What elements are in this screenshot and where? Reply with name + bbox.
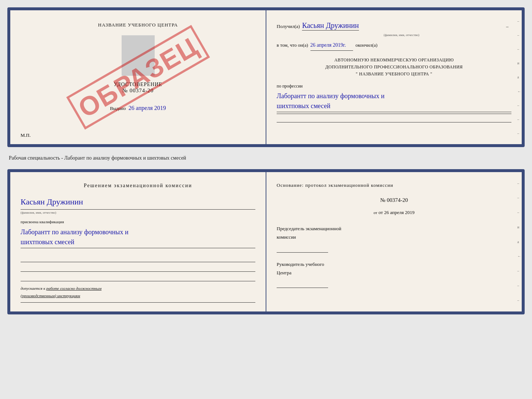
bottom-doc-right: Основание: протокол экзаменационной коми… [266,172,522,311]
po-professii-label: по профессии [277,82,511,90]
fio-label-bottom: (фамилия, имя, отчество) [21,210,255,215]
mp-line: М.П. [21,132,30,138]
dopuskaetsya-line: допускается к работе согласно должностны… [21,285,255,300]
right-edge-marks: – – – и а ← – – – [517,10,521,144]
poluchil-line: Получил(а) Касьян Дружинин (фамилия, имя… [277,19,511,38]
org-line1: АВТОНОМНУЮ НЕКОММЕРЧЕСКУЮ ОРГАНИЗАЦИЮ [277,57,511,64]
vtom-label: в том, что он(а) [277,41,308,49]
top-left-title: НАЗВАНИЕ УЧЕБНОГО ЦЕНТРА [98,22,178,28]
fio-sublabel: (фамилия, имя, отчество) [302,32,501,38]
predsedatel-title: Председатель экзаменационной комиссии [277,224,511,242]
org-line2: ДОПОЛНИТЕЛЬНОГО ПРОФЕССИОНАЛЬНОГО ОБРАЗО… [277,64,511,71]
ot-date: от от 26 апреля 2019 [277,208,511,217]
predsedatel-block: Председатель экзаменационной комиссии [277,224,511,253]
page-container: НАЗВАНИЕ УЧЕБНОГО ЦЕНТРА УДОСТОВЕРЕНИЕ №… [7,7,525,314]
org-block: АВТОНОМНУЮ НЕКОММЕРЧЕСКУЮ ОРГАНИЗАЦИЮ ДО… [277,57,511,78]
cert-number: № 00374-20 [114,88,162,94]
completion-date: 26 апреля 2019г. [310,41,353,51]
vydano-date: 26 апреля 2019 [129,105,166,111]
vtom-line: в том, что он(а) 26 апреля 2019г. окончи… [277,41,511,51]
prisvoena-label: присвоена квалификация [21,218,255,226]
recipient-name-bottom: Касьян Дружинин [21,195,255,210]
recipient-name: Касьян Дружинин [302,21,359,31]
vydano-text: Выдано [110,106,126,111]
okonchil-label: окончил(а) [355,41,377,49]
top-doc-right: Получил(а) Касьян Дружинин (фамилия, имя… [266,10,522,144]
protocol-number: № 00374-20 [277,195,511,205]
dopuskaetsya-text: допускается к [21,286,45,291]
signature-line-1 [21,254,255,262]
rukovoditel-signature-line [277,280,328,288]
name-line-bottom: Касьян Дружинин (фамилия, имя, отчество) [21,195,255,215]
signature-line-2 [21,264,255,272]
bottom-doc-left: Решением экзаменационной комиссии Касьян… [10,172,266,311]
profession-bottom: Лаборантт по анализу формовочных и шихтп… [21,227,255,248]
bottom-document-card: Решением экзаменационной комиссии Касьян… [7,169,525,314]
middle-specialty-label: Рабочая специальность - Лаборант по анал… [9,153,525,163]
right-edge-marks-bottom: – – – и а ← – – – [517,172,521,311]
org-line3: " НАЗВАНИЕ УЧЕБНОГО ЦЕНТРА " [277,71,511,78]
resheniem-title: Решением экзаменационной комиссии [21,181,255,190]
rukovoditel-block: Руководитель учебного Центра [277,260,511,288]
predsedatel-signature-line [277,245,328,253]
osnovanie-title: Основание: протокол экзаменационной коми… [277,181,511,189]
cert-label: УДОСТОВЕРЕНИЕ [114,82,162,88]
profession-text: Лаборантт по анализу формовочных и шихтп… [277,91,511,112]
top-doc-left: НАЗВАНИЕ УЧЕБНОГО ЦЕНТРА УДОСТОВЕРЕНИЕ №… [10,10,266,144]
top-document-card: НАЗВАНИЕ УЧЕБНОГО ЦЕНТРА УДОСТОВЕРЕНИЕ №… [7,7,525,147]
rukovoditel-title: Руководитель учебного Центра [277,260,511,277]
cert-block: УДОСТОВЕРЕНИЕ № 00374-20 [114,82,162,94]
photo-placeholder [122,35,155,76]
vydano-line: Выдано 26 апреля 2019 [110,105,166,111]
poluchil-label: Получил(а) [277,22,300,31]
bottom-lines [21,254,255,281]
signature-line-3 [21,273,255,281]
